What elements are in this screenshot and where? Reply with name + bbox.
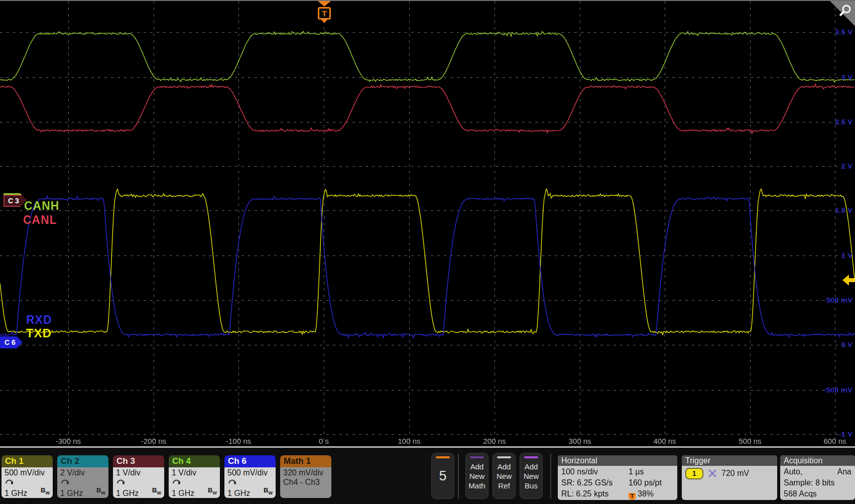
bar-divider <box>458 454 459 499</box>
waveform-canvas <box>0 1 855 447</box>
trigger-level-arrow-icon[interactable] <box>842 274 855 286</box>
time-axis-label: -200 ns <box>141 437 166 445</box>
channel-name: Ch 2 <box>61 456 79 466</box>
horizontal-record-length: RL: 6.25 kpts <box>561 488 629 500</box>
trigger-settings-panel[interactable]: Trigger 1 720 mV <box>682 455 777 500</box>
zoom-magnifier-icon[interactable] <box>830 1 855 26</box>
channel-badge-math1[interactable]: Math 1 320 mV/div Ch4 - Ch3 <box>280 455 331 498</box>
probe-icon <box>113 477 164 485</box>
digital-group-5-button[interactable]: 5 <box>431 453 454 499</box>
acquisition-count: 568 Acqs <box>784 488 851 499</box>
channel-name: Math 1 <box>284 456 311 466</box>
horizontal-sample-rate: SR: 6.25 GS/s <box>561 477 629 488</box>
probe-icon <box>224 477 276 485</box>
trigger-position-marker[interactable]: T <box>317 1 331 23</box>
panel-title: Horizontal <box>558 455 677 466</box>
panel-title: Acquisition <box>780 455 855 466</box>
bandwidth-limit-icon: BW <box>152 485 161 498</box>
channel-bandwidth: 1 GHz <box>5 488 27 498</box>
channel-badge-ch2[interactable]: Ch 2 2 V/div 1 GHzBW <box>57 455 108 498</box>
oscilloscope-app: CANH CANL RXD TXD C 3 C 6 T 3.5 V3 V2.5 … <box>0 0 855 504</box>
channel-bandwidth: 1 GHz <box>60 488 83 498</box>
channel-scale: 1 V/div <box>169 468 220 477</box>
channel-name: Ch 4 <box>172 456 191 466</box>
voltage-axis-label: -500 mV <box>823 386 852 394</box>
button-accent <box>436 456 450 458</box>
trace-label-canl: CANL <box>23 213 57 227</box>
bandwidth-limit-icon: BW <box>96 485 105 498</box>
channel-bandwidth: 1 GHz <box>116 488 139 498</box>
trigger-source-badge: 1 <box>685 468 703 479</box>
horizontal-resolution: 160 ps/pt <box>629 477 674 488</box>
channel-name: Ch 6 <box>228 456 247 466</box>
add-new-bus-button[interactable]: Add New Bus <box>520 453 543 499</box>
button-label: New <box>469 471 484 481</box>
voltage-axis-label: 3.5 V <box>835 28 852 36</box>
time-axis-label: 500 ns <box>739 437 761 445</box>
voltage-axis-label: 2 V <box>841 162 852 170</box>
voltage-axis-label: 0 V <box>841 340 852 349</box>
time-axis-label: 600 ns <box>823 437 846 445</box>
time-axis-label: 300 ns <box>568 437 591 445</box>
button-label: Add <box>498 462 511 471</box>
button-label: Ref <box>498 481 510 490</box>
button-label: Math <box>468 481 485 490</box>
channel-scale: 320 mV/div <box>280 468 331 477</box>
time-axis-label: 400 ns <box>653 437 676 445</box>
voltage-axis-label: 500 mV <box>826 296 852 304</box>
channel-scale: 500 mV/div <box>224 468 276 477</box>
trace-label-rxd: RXD <box>26 313 52 327</box>
trigger-position-icon: T <box>629 493 636 500</box>
acquisition-mode-extra: Ana <box>837 466 851 477</box>
channel-scale: 2 V/div <box>57 468 108 477</box>
trigger-level: 720 mV <box>721 467 749 479</box>
trigger-marker-arrow-icon <box>318 1 331 7</box>
trace-label-txd: TXD <box>26 326 52 340</box>
add-new-ref-button[interactable]: Add New Ref <box>493 453 516 499</box>
bandwidth-limit-icon: BW <box>41 485 50 498</box>
settings-bar: Ch 1 500 mV/div 1 GHzBW Ch 2 2 V/div 1 G… <box>0 448 855 504</box>
button-label: 5 <box>439 468 446 484</box>
channel-name: Ch 3 <box>116 456 135 466</box>
bar-divider <box>550 454 551 499</box>
button-accent <box>524 456 538 458</box>
channel-bandwidth: 1 GHz <box>172 488 194 498</box>
bandwidth-limit-icon: BW <box>264 485 273 498</box>
button-label: New <box>524 471 539 481</box>
voltage-axis-label: 1.5 V <box>835 206 852 214</box>
probe-icon <box>2 477 53 485</box>
channel-scale: 1 V/div <box>113 468 164 477</box>
channel-badge-ch6[interactable]: Ch 6 500 mV/div 1 GHzBW <box>224 455 276 498</box>
button-label: Bus <box>525 481 538 490</box>
channel-name: Ch 1 <box>5 456 24 466</box>
time-axis-label: -300 ns <box>56 437 81 445</box>
add-new-math-button[interactable]: Add New Math <box>465 453 488 499</box>
trigger-marker-t-icon: T <box>318 7 331 20</box>
trigger-slope-icon <box>708 469 717 478</box>
trigger-marker-notch-icon <box>321 19 328 23</box>
acquisition-settings-panel[interactable]: Acquisition Auto, Ana Sample: 8 bits 568… <box>780 455 855 500</box>
scope-screen: CANH CANL RXD TXD C 3 C 6 T 3.5 V3 V2.5 … <box>0 0 855 446</box>
button-accent <box>470 456 484 458</box>
trace-label-canh: CANH <box>24 199 59 213</box>
probe-icon <box>169 477 220 485</box>
button-label: New <box>497 471 512 481</box>
horizontal-scale: 100 ns/div <box>561 466 629 477</box>
horizontal-settings-panel[interactable]: Horizontal 100 ns/div 1 µs SR: 6.25 GS/s… <box>558 455 677 500</box>
channel-badge-ch3[interactable]: Ch 3 1 V/div 1 GHzBW <box>113 455 164 498</box>
voltage-axis-label: 3 V <box>841 73 852 81</box>
bandwidth-limit-icon: BW <box>208 485 217 498</box>
math-source: Ch4 - Ch3 <box>280 477 331 487</box>
time-axis-label: -100 ns <box>226 437 251 445</box>
button-label: Add <box>525 462 538 471</box>
panel-title: Trigger <box>682 455 777 466</box>
button-accent <box>497 456 511 458</box>
horizontal-window: 1 µs <box>629 466 674 477</box>
horizontal-trigger-position: 38% <box>638 489 654 498</box>
acquisition-mode: Auto, <box>784 466 802 477</box>
channel-badge-ch4[interactable]: Ch 4 1 V/div 1 GHzBW <box>169 455 220 498</box>
channel-badge-ch1[interactable]: Ch 1 500 mV/div 1 GHzBW <box>2 455 53 498</box>
voltage-axis-label: 2.5 V <box>835 117 852 126</box>
acquisition-sample: Sample: 8 bits <box>784 477 851 488</box>
voltage-axis-label: 1 V <box>841 251 852 260</box>
